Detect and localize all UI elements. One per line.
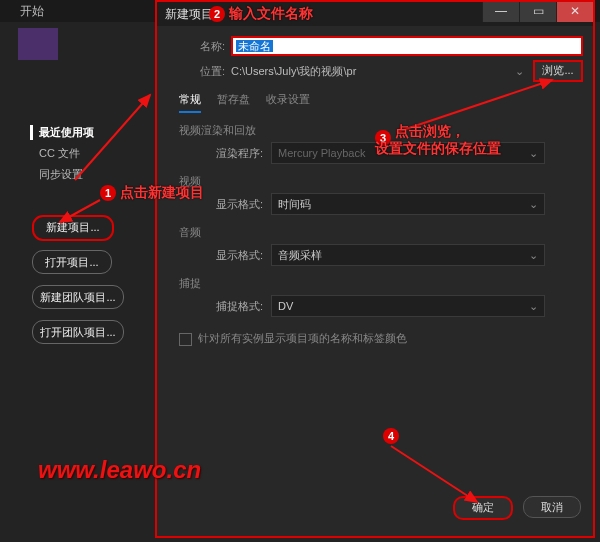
- name-label: 名称:: [167, 39, 225, 54]
- tab-general[interactable]: 常规: [179, 92, 201, 113]
- name-input[interactable]: 未命名: [231, 36, 583, 56]
- chevron-down-icon: ⌄: [529, 296, 538, 316]
- annotation-badge-2: 2: [209, 6, 225, 22]
- sidebar-item-sync[interactable]: 同步设置: [30, 167, 150, 182]
- new-project-dialog: 新建项目 — ▭ ✕ 名称: 未命名 位置: C:\Users\July\我的视…: [155, 0, 595, 538]
- annotation-text-3b: 设置文件的保存位置: [375, 140, 501, 158]
- new-project-button[interactable]: 新建项目...: [32, 215, 114, 241]
- new-team-project-button[interactable]: 新建团队项目...: [32, 285, 124, 309]
- audio-format-select[interactable]: 音频采样⌄: [271, 244, 545, 266]
- video-format-select[interactable]: 时间码⌄: [271, 193, 545, 215]
- app-title: 开始: [20, 4, 44, 18]
- browse-button[interactable]: 浏览...: [533, 60, 583, 82]
- checkbox-icon[interactable]: [179, 333, 192, 346]
- tabs: 常规 暂存盘 收录设置: [179, 92, 583, 113]
- renderer-label: 渲染程序:: [197, 146, 263, 161]
- sidebar: 最近使用项 CC 文件 同步设置: [30, 125, 150, 188]
- app-logo: [18, 28, 58, 60]
- capture-format-label: 捕捉格式:: [197, 299, 263, 314]
- name-input-value: 未命名: [236, 40, 273, 52]
- annotation-badge-1: 1: [100, 185, 116, 201]
- section-video-title: 视频: [179, 174, 583, 189]
- location-value: C:\Users\July\我的视频\pr: [231, 64, 511, 79]
- minimize-icon[interactable]: —: [482, 2, 519, 22]
- tab-scratch[interactable]: 暂存盘: [217, 92, 250, 113]
- chevron-down-icon[interactable]: ⌄: [511, 65, 527, 78]
- open-team-project-button[interactable]: 打开团队项目...: [32, 320, 124, 344]
- maximize-icon[interactable]: ▭: [519, 2, 556, 22]
- dialog-title: 新建项目: [165, 7, 213, 21]
- close-icon[interactable]: ✕: [556, 2, 593, 22]
- location-label: 位置:: [167, 64, 225, 79]
- sidebar-item-cc[interactable]: CC 文件: [30, 146, 150, 161]
- annotation-text-3a: 点击浏览，: [395, 123, 465, 141]
- checkbox-label: 针对所有实例显示项目项的名称和标签颜色: [198, 332, 407, 344]
- watermark: www.leawo.cn: [38, 456, 201, 484]
- section-audio-title: 音频: [179, 225, 583, 240]
- annotation-badge-4: 4: [383, 428, 399, 444]
- open-project-button[interactable]: 打开项目...: [32, 250, 112, 274]
- section-capture-title: 捕捉: [179, 276, 583, 291]
- chevron-down-icon: ⌄: [529, 245, 538, 265]
- ok-button[interactable]: 确定: [453, 496, 513, 520]
- video-format-label: 显示格式:: [197, 197, 263, 212]
- sidebar-header: 最近使用项: [30, 125, 150, 140]
- chevron-down-icon: ⌄: [529, 194, 538, 214]
- annotation-text-1: 点击新建项目: [120, 184, 204, 202]
- capture-format-select[interactable]: DV⌄: [271, 295, 545, 317]
- chevron-down-icon: ⌄: [529, 143, 538, 163]
- cancel-button[interactable]: 取消: [523, 496, 581, 518]
- checkbox-row[interactable]: 针对所有实例显示项目项的名称和标签颜色: [179, 331, 583, 346]
- tab-ingest[interactable]: 收录设置: [266, 92, 310, 113]
- annotation-text-2: 输入文件名称: [229, 5, 313, 23]
- audio-format-label: 显示格式:: [197, 248, 263, 263]
